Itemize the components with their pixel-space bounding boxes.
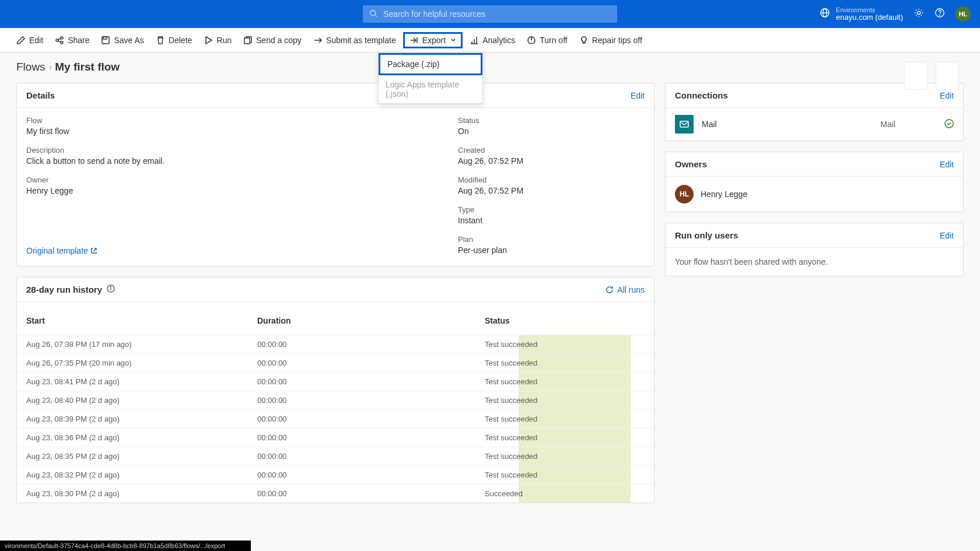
owner-avatar: HL: [675, 185, 694, 203]
run-status: Test succeeded: [485, 415, 645, 423]
run-status: Succeeded: [485, 489, 645, 498]
view-tabs: [904, 62, 959, 90]
owners-card: Owners Edit HL Henry Legge: [665, 152, 964, 212]
sendcopy-button[interactable]: Send a copy: [239, 32, 306, 48]
runonly-edit-link[interactable]: Edit: [940, 231, 954, 240]
run-status: Test succeeded: [485, 359, 645, 367]
repair-tips-button[interactable]: Repair tips off: [575, 32, 647, 48]
refresh-icon: [606, 286, 614, 294]
history-row[interactable]: Aug 23, 08:36 PM (2 d ago)00:00:00Test s…: [17, 428, 654, 447]
search-input[interactable]: [383, 9, 611, 19]
original-template-link[interactable]: Original template: [26, 246, 440, 255]
run-duration: 00:00:00: [257, 452, 485, 461]
history-row[interactable]: Aug 26, 07:35 PM (20 min ago)00:00:00Tes…: [17, 353, 654, 372]
type-label: Type: [458, 205, 645, 215]
connection-item[interactable]: Mail Mail: [666, 108, 963, 141]
all-runs-link[interactable]: All runs: [606, 285, 645, 294]
svg-rect-15: [244, 38, 250, 44]
run-duration: 00:00:00: [257, 415, 485, 423]
history-title: 28-day run history: [26, 285, 102, 294]
run-status: Test succeeded: [485, 377, 645, 386]
created-value: Aug 26, 07:52 PM: [458, 156, 645, 166]
run-start: Aug 23, 08:41 PM (2 d ago): [26, 377, 257, 386]
breadcrumb-root[interactable]: Flows: [16, 61, 46, 73]
plan-label: Plan: [458, 235, 645, 245]
run-duration: 00:00:00: [257, 377, 485, 386]
svg-point-20: [111, 287, 111, 287]
run-duration: 00:00:00: [257, 359, 485, 367]
run-status: Test succeeded: [485, 340, 645, 349]
details-edit-link[interactable]: Edit: [631, 91, 645, 100]
export-package-zip[interactable]: Package (.zip): [379, 53, 482, 75]
status-label: Status: [458, 116, 645, 126]
search-box[interactable]: [363, 5, 617, 23]
svg-line-11: [58, 38, 61, 40]
external-link-icon: [90, 247, 97, 254]
environment-name: enayu.com (default): [836, 13, 903, 22]
info-icon[interactable]: [107, 285, 115, 294]
chevron-down-icon: [450, 37, 456, 43]
owners-title: Owners: [675, 159, 707, 169]
col-start[interactable]: Start: [26, 316, 257, 325]
history-row[interactable]: Aug 26, 07:38 PM (17 min ago)00:00:00Tes…: [17, 335, 654, 353]
export-dropdown: Package (.zip) Logic Apps template (.jso…: [378, 52, 483, 104]
modified-value: Aug 26, 07:52 PM: [458, 185, 645, 196]
analytics-button[interactable]: Analytics: [465, 32, 520, 48]
history-row[interactable]: Aug 23, 08:32 PM (2 d ago)00:00:00Test s…: [17, 465, 654, 484]
connections-title: Connections: [675, 90, 728, 100]
svg-point-0: [370, 10, 376, 15]
view-tab-2[interactable]: [936, 62, 959, 90]
turnoff-button[interactable]: Turn off: [522, 32, 572, 48]
owner-label: Owner: [26, 176, 440, 185]
svg-rect-14: [103, 37, 107, 39]
run-status: Test succeeded: [485, 452, 645, 461]
description-value: Click a button to send a note by email.: [26, 156, 440, 166]
flow-label: Flow: [26, 116, 440, 126]
delete-button[interactable]: Delete: [151, 32, 197, 48]
environment-picker[interactable]: Environments enayu.com (default): [820, 6, 903, 22]
run-start: Aug 26, 07:38 PM (17 min ago): [26, 340, 257, 349]
run-duration: 00:00:00: [257, 471, 485, 479]
run-status: Test succeeded: [485, 471, 645, 479]
page-title: My first flow: [55, 61, 120, 73]
user-avatar[interactable]: HL: [956, 6, 971, 22]
connections-edit-link[interactable]: Edit: [940, 91, 954, 100]
topbar-right: Environments enayu.com (default) HL: [820, 6, 971, 22]
plan-value: Per-user plan: [458, 245, 645, 255]
details-title: Details: [26, 90, 55, 100]
run-only-users-card: Run only users Edit Your flow hasn't bee…: [665, 223, 964, 276]
settings-icon[interactable]: [914, 8, 924, 20]
export-logicapps-json[interactable]: Logic Apps template (.json): [379, 75, 482, 103]
breadcrumb: Flows › My first flow: [0, 52, 980, 78]
history-header-row: Start Duration Status: [17, 302, 654, 335]
col-status[interactable]: Status: [485, 316, 645, 325]
help-icon[interactable]: [935, 8, 945, 20]
export-button[interactable]: Export: [403, 32, 463, 48]
svg-point-8: [61, 37, 63, 39]
run-start: Aug 23, 08:39 PM (2 d ago): [26, 415, 257, 423]
connection-name: Mail: [702, 120, 872, 129]
search-icon: [369, 9, 383, 19]
owners-edit-link[interactable]: Edit: [940, 160, 954, 169]
command-bar: Edit Share Save As Delete Run Send a cop…: [0, 28, 980, 52]
history-row[interactable]: Aug 23, 08:41 PM (2 d ago)00:00:00Test s…: [17, 372, 654, 391]
edit-button[interactable]: Edit: [12, 32, 48, 48]
share-button[interactable]: Share: [50, 32, 94, 48]
environment-icon: [820, 8, 830, 20]
history-row[interactable]: Aug 23, 08:39 PM (2 d ago)00:00:00Test s…: [17, 409, 654, 428]
run-button[interactable]: Run: [199, 32, 236, 48]
runonly-title: Run only users: [675, 230, 738, 240]
svg-line-12: [58, 41, 61, 42]
check-circle-icon: [944, 119, 954, 130]
history-row[interactable]: Aug 23, 08:40 PM (2 d ago)00:00:00Test s…: [17, 391, 654, 409]
submit-template-button[interactable]: Submit as template: [309, 32, 401, 48]
view-tab-1[interactable]: [904, 62, 928, 90]
col-duration[interactable]: Duration: [257, 316, 485, 325]
saveas-button[interactable]: Save As: [96, 32, 148, 48]
modified-label: Modified: [458, 176, 645, 185]
history-row[interactable]: Aug 23, 08:35 PM (2 d ago)00:00:00Test s…: [17, 447, 654, 465]
history-row[interactable]: Aug 23, 08:30 PM (2 d ago)00:00:00Succee…: [17, 484, 654, 503]
owner-name: Henry Legge: [701, 189, 747, 199]
run-status: Test succeeded: [485, 433, 645, 442]
type-value: Instant: [458, 215, 645, 226]
